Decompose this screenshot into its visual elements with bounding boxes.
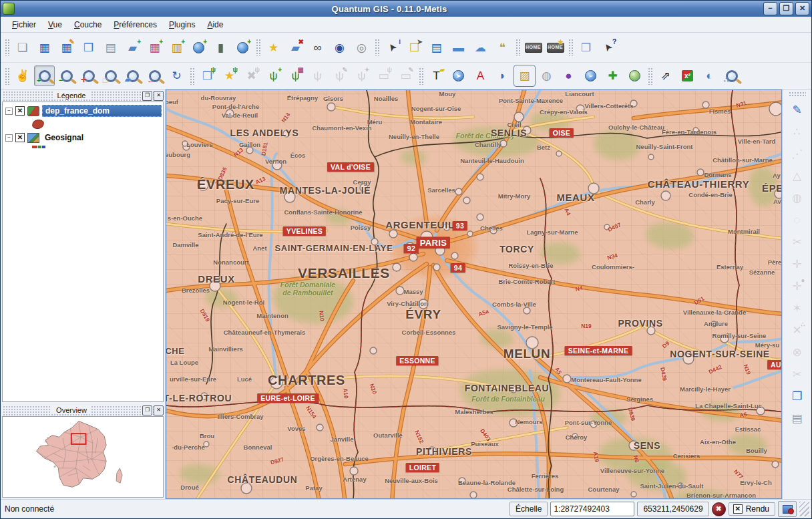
add-wfs-layer-button[interactable]: + <box>232 37 253 58</box>
app-icon[interactable] <box>3 3 15 15</box>
new-project-button[interactable]: ❏ <box>12 37 33 58</box>
menu-item-preferences[interactable]: Préférences <box>108 18 163 31</box>
map-tips-button[interactable]: ❝ <box>492 37 513 58</box>
toolbar-handle[interactable] <box>5 67 9 85</box>
expander-icon[interactable]: − <box>5 134 13 142</box>
add-vector-layer-button[interactable]: ▰+ <box>122 37 143 58</box>
save-project-as-button[interactable]: ▦✎ <box>56 37 77 58</box>
layer-name[interactable]: dep_france_dom <box>42 105 162 117</box>
add-grass-vector-button[interactable]: ψ+ <box>263 65 284 86</box>
save-project-button[interactable]: ▦ <box>34 37 55 58</box>
capture-point-button[interactable]: ∴ <box>787 122 807 142</box>
delete-selected-button[interactable]: ⊗ <box>787 342 807 362</box>
close-grass-mapset-button[interactable]: ✖ψ <box>241 65 262 86</box>
hide-all-layers-button[interactable]: ◎ <box>351 37 372 58</box>
layer-name[interactable]: Geosignal <box>42 132 86 143</box>
capture-line-button[interactable]: ⋰ <box>787 144 807 164</box>
minimize-button[interactable]: − <box>763 2 777 15</box>
grass-region-button[interactable]: ψ <box>307 65 328 86</box>
legend-float-button[interactable]: ❐ <box>142 91 152 101</box>
zoom-browser-button[interactable]: ∴ <box>721 65 742 86</box>
toolbar-handle[interactable] <box>568 39 573 56</box>
cut-features-button[interactable]: ✂ <box>787 364 807 384</box>
zoom-to-layer-button[interactable]: ▰ <box>122 65 143 86</box>
zoom-in-button[interactable]: + <box>34 65 55 86</box>
whats-this-button[interactable]: ➤? <box>598 37 618 58</box>
display-grass-region-button[interactable]: ▭ψ <box>373 65 394 86</box>
paste-features-button[interactable]: ▤ <box>787 408 807 428</box>
move-vertex-button[interactable]: ✛● <box>787 276 807 296</box>
zoom-to-selection-button[interactable]: □ <box>100 65 121 86</box>
plugin-installer-button[interactable]: ◍ <box>536 65 557 86</box>
toolbar-handle[interactable] <box>789 92 806 96</box>
toolbar-handle[interactable] <box>419 67 423 85</box>
overview-panel-titlebar[interactable]: Overview ❐ ✕ <box>2 405 164 415</box>
zoom-full-extent-button[interactable]: ✛ <box>78 65 99 86</box>
toolbar-handle[interactable] <box>190 67 194 85</box>
show-in-overview-button[interactable]: ∞ <box>307 37 328 58</box>
menu-item-aide[interactable]: Aide <box>201 18 229 31</box>
map-canvas[interactable]: du-RouvrayPont-de-l'ArcheVal-de-ReuilÉtr… <box>166 90 782 499</box>
raster-calculator-button[interactable]: x² <box>677 65 698 86</box>
toolbar-handle[interactable] <box>516 39 520 56</box>
add-postgis-layer-button[interactable]: ▥+ <box>166 37 187 58</box>
render-checkbox[interactable]: ✕ <box>733 504 743 514</box>
simplify-feature-button[interactable]: ✶ <box>787 298 807 318</box>
export-pdf-button[interactable]: A <box>470 65 491 86</box>
toolbar-handle[interactable] <box>5 39 9 56</box>
menu-item-couche[interactable]: Couche <box>68 18 108 31</box>
copy-features-button[interactable]: ❐ <box>787 386 807 406</box>
split-features-button[interactable]: ✂ <box>787 232 807 252</box>
quick-print-button[interactable]: ✚ <box>602 65 623 86</box>
close-button[interactable]: ✕ <box>795 2 809 15</box>
render-toggle[interactable]: ✕ Rendu <box>729 502 775 516</box>
bookmark-home-button[interactable]: HOME <box>523 37 544 58</box>
select-features-button[interactable]: ☐➤ <box>404 37 425 58</box>
new-grass-mapset-button[interactable]: ★ψ <box>219 65 240 86</box>
legend-layer-Geosignal[interactable]: −✕Geosignal <box>3 131 163 144</box>
stop-render-button[interactable]: ✖ <box>712 502 726 516</box>
show-all-layers-button[interactable]: ◉ <box>329 37 350 58</box>
overview-float-button[interactable]: ❐ <box>142 405 152 415</box>
layer-visibility-checkbox[interactable]: ✕ <box>15 106 25 116</box>
add-island-button[interactable]: ◌ <box>787 210 807 230</box>
add-grass-raster-button[interactable]: ψ▦ <box>285 65 306 86</box>
compass-tool-button[interactable]: ➢ <box>580 65 601 86</box>
maximize-button[interactable]: ❐ <box>779 2 793 15</box>
coordinates-display[interactable]: 653211,2450629 <box>637 502 708 516</box>
add-ring-button[interactable]: ◍ <box>787 188 807 208</box>
move-feature-button[interactable]: ✛ <box>787 254 807 274</box>
open-grass-mapset-button[interactable]: ❒ψ <box>197 65 218 86</box>
add-raster-layer-button[interactable]: ▦+ <box>144 37 165 58</box>
layer-visibility-checkbox[interactable]: ✕ <box>15 133 25 142</box>
scale-input[interactable] <box>550 502 634 516</box>
diagram-overlay-button[interactable]: ◐ <box>699 65 720 86</box>
measure-line-button[interactable]: ▬ <box>448 37 469 58</box>
legend-layer-dep_france_dom[interactable]: −✕dep_france_dom <box>3 104 163 118</box>
export-image-button[interactable]: ▨ <box>514 65 535 86</box>
identify-features-button[interactable]: ➤i <box>382 37 403 58</box>
globe-viewer-button[interactable] <box>624 65 645 86</box>
refresh-map-button[interactable]: ↻ <box>166 65 187 86</box>
zoom-last-button[interactable]: ← <box>144 65 165 86</box>
new-vector-layer-button[interactable]: ★ <box>263 37 284 58</box>
attribute-table-button[interactable]: ▤ <box>426 37 447 58</box>
toolbar-handle[interactable] <box>648 67 652 85</box>
new-bookmark-button[interactable]: HOME★ <box>545 37 566 58</box>
add-wms-layer-button[interactable]: + <box>188 37 209 58</box>
toolbar-handle[interactable] <box>375 39 379 56</box>
zoom-out-button[interactable]: − <box>56 65 77 86</box>
pan-map-button[interactable]: ✌ <box>12 65 33 86</box>
plot-graph-button[interactable]: ⇗ <box>655 65 676 86</box>
mapserver-export-button[interactable]: ◗ <box>492 65 513 86</box>
menu-item-vue[interactable]: Vue <box>42 18 68 31</box>
grass-tools-button[interactable]: ψ✦ <box>351 65 372 86</box>
legend-tree[interactable]: −✕dep_france_dom−✕Geosignal <box>2 102 164 402</box>
edit-grass-vector-button[interactable]: ψ✎ <box>329 65 350 86</box>
labeling-button[interactable]: T▰ <box>426 65 447 86</box>
menu-item-fichier[interactable]: Fichier <box>6 18 42 31</box>
legend-close-button[interactable]: ✕ <box>154 91 164 101</box>
toolbar-handle[interactable] <box>256 39 260 56</box>
menu-item-plugins[interactable]: Plugins <box>163 18 201 31</box>
toggle-editing-button[interactable]: ✎ <box>787 100 807 120</box>
